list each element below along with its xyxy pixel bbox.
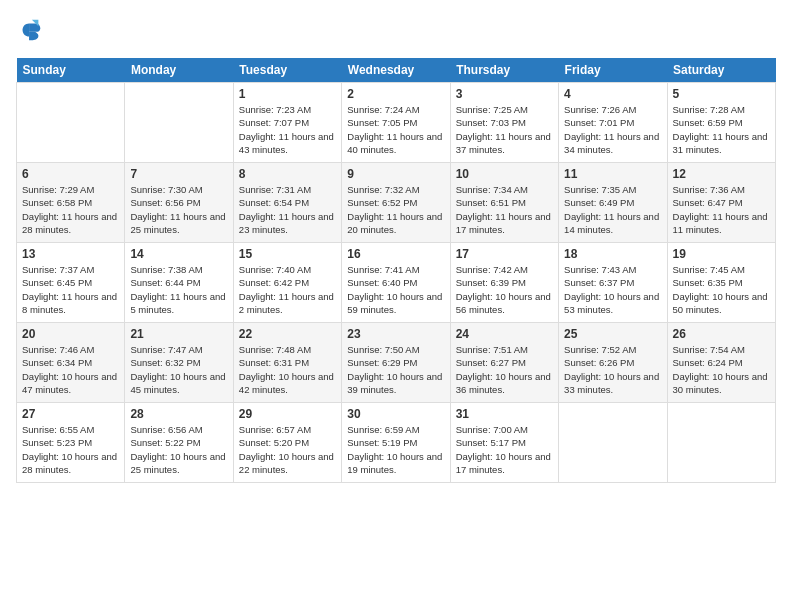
- day-number: 22: [239, 327, 336, 341]
- calendar-cell: 8Sunrise: 7:31 AMSunset: 6:54 PMDaylight…: [233, 163, 341, 243]
- calendar-cell: 16Sunrise: 7:41 AMSunset: 6:40 PMDayligh…: [342, 243, 450, 323]
- week-row-3: 13Sunrise: 7:37 AMSunset: 6:45 PMDayligh…: [17, 243, 776, 323]
- day-header-monday: Monday: [125, 58, 233, 83]
- day-number: 1: [239, 87, 336, 101]
- calendar-cell: 31Sunrise: 7:00 AMSunset: 5:17 PMDayligh…: [450, 403, 558, 483]
- calendar-cell: [667, 403, 775, 483]
- cell-info: Sunrise: 7:36 AMSunset: 6:47 PMDaylight:…: [673, 184, 768, 235]
- day-number: 9: [347, 167, 444, 181]
- day-number: 21: [130, 327, 227, 341]
- calendar-cell: 13Sunrise: 7:37 AMSunset: 6:45 PMDayligh…: [17, 243, 125, 323]
- day-number: 24: [456, 327, 553, 341]
- day-header-wednesday: Wednesday: [342, 58, 450, 83]
- day-number: 16: [347, 247, 444, 261]
- week-row-1: 1Sunrise: 7:23 AMSunset: 7:07 PMDaylight…: [17, 83, 776, 163]
- day-number: 10: [456, 167, 553, 181]
- calendar-cell: 21Sunrise: 7:47 AMSunset: 6:32 PMDayligh…: [125, 323, 233, 403]
- calendar-table: SundayMondayTuesdayWednesdayThursdayFrid…: [16, 58, 776, 483]
- calendar-cell: 5Sunrise: 7:28 AMSunset: 6:59 PMDaylight…: [667, 83, 775, 163]
- day-header-friday: Friday: [559, 58, 667, 83]
- calendar-cell: 12Sunrise: 7:36 AMSunset: 6:47 PMDayligh…: [667, 163, 775, 243]
- cell-info: Sunrise: 7:43 AMSunset: 6:37 PMDaylight:…: [564, 264, 659, 315]
- day-header-saturday: Saturday: [667, 58, 775, 83]
- day-number: 7: [130, 167, 227, 181]
- calendar-cell: 23Sunrise: 7:50 AMSunset: 6:29 PMDayligh…: [342, 323, 450, 403]
- day-header-thursday: Thursday: [450, 58, 558, 83]
- calendar-cell: [559, 403, 667, 483]
- day-number: 4: [564, 87, 661, 101]
- day-number: 19: [673, 247, 770, 261]
- cell-info: Sunrise: 6:56 AMSunset: 5:22 PMDaylight:…: [130, 424, 225, 475]
- calendar-cell: 6Sunrise: 7:29 AMSunset: 6:58 PMDaylight…: [17, 163, 125, 243]
- calendar-cell: [17, 83, 125, 163]
- cell-info: Sunrise: 7:48 AMSunset: 6:31 PMDaylight:…: [239, 344, 334, 395]
- calendar-cell: 19Sunrise: 7:45 AMSunset: 6:35 PMDayligh…: [667, 243, 775, 323]
- day-number: 26: [673, 327, 770, 341]
- day-number: 27: [22, 407, 119, 421]
- day-number: 15: [239, 247, 336, 261]
- day-header-sunday: Sunday: [17, 58, 125, 83]
- day-number: 28: [130, 407, 227, 421]
- cell-info: Sunrise: 7:28 AMSunset: 6:59 PMDaylight:…: [673, 104, 768, 155]
- logo: [16, 16, 48, 44]
- cell-info: Sunrise: 6:55 AMSunset: 5:23 PMDaylight:…: [22, 424, 117, 475]
- day-number: 11: [564, 167, 661, 181]
- calendar-cell: 18Sunrise: 7:43 AMSunset: 6:37 PMDayligh…: [559, 243, 667, 323]
- cell-info: Sunrise: 6:59 AMSunset: 5:19 PMDaylight:…: [347, 424, 442, 475]
- calendar-cell: 9Sunrise: 7:32 AMSunset: 6:52 PMDaylight…: [342, 163, 450, 243]
- day-number: 30: [347, 407, 444, 421]
- calendar-cell: 4Sunrise: 7:26 AMSunset: 7:01 PMDaylight…: [559, 83, 667, 163]
- cell-info: Sunrise: 7:42 AMSunset: 6:39 PMDaylight:…: [456, 264, 551, 315]
- cell-info: Sunrise: 7:51 AMSunset: 6:27 PMDaylight:…: [456, 344, 551, 395]
- cell-info: Sunrise: 7:25 AMSunset: 7:03 PMDaylight:…: [456, 104, 551, 155]
- calendar-cell: 24Sunrise: 7:51 AMSunset: 6:27 PMDayligh…: [450, 323, 558, 403]
- cell-info: Sunrise: 7:52 AMSunset: 6:26 PMDaylight:…: [564, 344, 659, 395]
- calendar-cell: 22Sunrise: 7:48 AMSunset: 6:31 PMDayligh…: [233, 323, 341, 403]
- calendar-cell: 28Sunrise: 6:56 AMSunset: 5:22 PMDayligh…: [125, 403, 233, 483]
- cell-info: Sunrise: 7:23 AMSunset: 7:07 PMDaylight:…: [239, 104, 334, 155]
- day-number: 3: [456, 87, 553, 101]
- calendar-cell: 25Sunrise: 7:52 AMSunset: 6:26 PMDayligh…: [559, 323, 667, 403]
- cell-info: Sunrise: 7:32 AMSunset: 6:52 PMDaylight:…: [347, 184, 442, 235]
- week-row-2: 6Sunrise: 7:29 AMSunset: 6:58 PMDaylight…: [17, 163, 776, 243]
- calendar-cell: 1Sunrise: 7:23 AMSunset: 7:07 PMDaylight…: [233, 83, 341, 163]
- calendar-cell: 11Sunrise: 7:35 AMSunset: 6:49 PMDayligh…: [559, 163, 667, 243]
- cell-info: Sunrise: 7:29 AMSunset: 6:58 PMDaylight:…: [22, 184, 117, 235]
- calendar-cell: 2Sunrise: 7:24 AMSunset: 7:05 PMDaylight…: [342, 83, 450, 163]
- days-header-row: SundayMondayTuesdayWednesdayThursdayFrid…: [17, 58, 776, 83]
- calendar-cell: 10Sunrise: 7:34 AMSunset: 6:51 PMDayligh…: [450, 163, 558, 243]
- day-number: 8: [239, 167, 336, 181]
- day-number: 13: [22, 247, 119, 261]
- calendar-cell: 20Sunrise: 7:46 AMSunset: 6:34 PMDayligh…: [17, 323, 125, 403]
- day-number: 20: [22, 327, 119, 341]
- calendar-cell: 29Sunrise: 6:57 AMSunset: 5:20 PMDayligh…: [233, 403, 341, 483]
- cell-info: Sunrise: 7:45 AMSunset: 6:35 PMDaylight:…: [673, 264, 768, 315]
- cell-info: Sunrise: 7:46 AMSunset: 6:34 PMDaylight:…: [22, 344, 117, 395]
- day-number: 18: [564, 247, 661, 261]
- calendar-cell: 17Sunrise: 7:42 AMSunset: 6:39 PMDayligh…: [450, 243, 558, 323]
- day-number: 14: [130, 247, 227, 261]
- day-number: 23: [347, 327, 444, 341]
- cell-info: Sunrise: 7:26 AMSunset: 7:01 PMDaylight:…: [564, 104, 659, 155]
- logo-icon: [16, 16, 44, 44]
- cell-info: Sunrise: 7:00 AMSunset: 5:17 PMDaylight:…: [456, 424, 551, 475]
- day-number: 29: [239, 407, 336, 421]
- day-number: 25: [564, 327, 661, 341]
- day-header-tuesday: Tuesday: [233, 58, 341, 83]
- cell-info: Sunrise: 7:50 AMSunset: 6:29 PMDaylight:…: [347, 344, 442, 395]
- page-header: [16, 16, 776, 44]
- day-number: 12: [673, 167, 770, 181]
- cell-info: Sunrise: 7:54 AMSunset: 6:24 PMDaylight:…: [673, 344, 768, 395]
- cell-info: Sunrise: 7:40 AMSunset: 6:42 PMDaylight:…: [239, 264, 334, 315]
- cell-info: Sunrise: 7:47 AMSunset: 6:32 PMDaylight:…: [130, 344, 225, 395]
- day-number: 6: [22, 167, 119, 181]
- cell-info: Sunrise: 7:38 AMSunset: 6:44 PMDaylight:…: [130, 264, 225, 315]
- calendar-cell: [125, 83, 233, 163]
- week-row-4: 20Sunrise: 7:46 AMSunset: 6:34 PMDayligh…: [17, 323, 776, 403]
- calendar-cell: 3Sunrise: 7:25 AMSunset: 7:03 PMDaylight…: [450, 83, 558, 163]
- cell-info: Sunrise: 7:31 AMSunset: 6:54 PMDaylight:…: [239, 184, 334, 235]
- week-row-5: 27Sunrise: 6:55 AMSunset: 5:23 PMDayligh…: [17, 403, 776, 483]
- calendar-cell: 7Sunrise: 7:30 AMSunset: 6:56 PMDaylight…: [125, 163, 233, 243]
- day-number: 2: [347, 87, 444, 101]
- day-number: 17: [456, 247, 553, 261]
